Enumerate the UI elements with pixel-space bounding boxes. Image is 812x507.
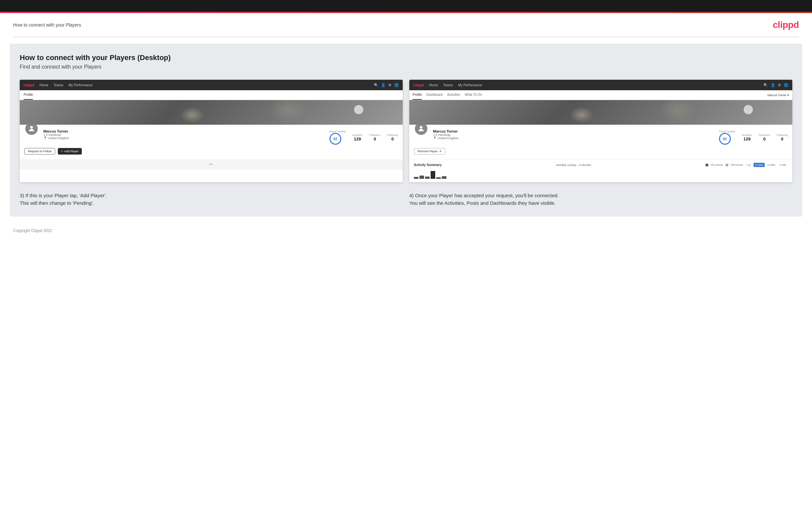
mock-buttons-left: Request to Follow + Add Player: [24, 148, 398, 155]
mock-banner-left: [20, 100, 403, 125]
followers-value-right: 0: [759, 136, 770, 142]
time-buttons: 1 yr 6 mths 3 mths 1 mth: [745, 163, 788, 167]
activity-chart: [414, 170, 788, 179]
time-btn-6mths[interactable]: 6 mths: [754, 163, 765, 167]
request-follow-button[interactable]: Request to Follow: [24, 148, 55, 155]
tabs-right-left: Profile Dashboard Activities What To On: [413, 90, 482, 100]
header-divider: [13, 37, 799, 37]
on-course-dot: [706, 164, 708, 166]
following-value-left: 0: [387, 136, 398, 142]
chart-bar-3: [425, 177, 429, 179]
footer: Copyright Clippd 2022: [0, 223, 812, 238]
activities-value-left: 129: [352, 136, 363, 142]
followers-value-left: 0: [369, 136, 380, 142]
settings-icon-left[interactable]: ⚙: [388, 83, 392, 87]
screenshots-row: clippd Home Teams My Performance 🔍 👤 ⚙ 🌐…: [20, 80, 792, 182]
legend: On course Off course: [706, 163, 743, 166]
svg-point-1: [420, 126, 422, 129]
activity-controls: On course Off course 1 yr 6 mths 3 mths …: [706, 163, 788, 167]
mock-tabs-left: Profile: [20, 90, 403, 100]
chart-bar-5: [436, 177, 441, 179]
mock-activity-right: Activity Summary Monthly Activity - 6 Mo…: [409, 159, 792, 182]
main-content: How to connect with your Players (Deskto…: [10, 44, 802, 217]
add-player-button[interactable]: + Add Player: [58, 148, 82, 155]
player-handicap-right: 1-5 Handicap: [433, 133, 714, 136]
quality-circle-left: 92: [329, 133, 341, 145]
mock-nav-home-left: Home: [39, 83, 48, 87]
on-course-label: On course: [711, 163, 723, 166]
player-location-right: 📍United Kingdom: [433, 136, 714, 140]
remove-x-icon: ✕: [439, 150, 442, 153]
search-icon-right[interactable]: 🔍: [763, 83, 768, 87]
user-dropdown-right[interactable]: Marcus Turner ▾: [767, 94, 789, 97]
following-label-right: Following: [776, 133, 788, 136]
header-title: How to connect with your Players: [13, 22, 81, 27]
stat-activities-left: Activities 129: [352, 133, 363, 142]
mock-avatar-row-left: Marcus Turner 1-5 Handicap 📍United Kingd…: [24, 128, 398, 145]
location-icon-left: 📍: [43, 136, 47, 140]
mock-logo-left: clippd: [23, 83, 34, 87]
activities-label-right: Activities: [742, 133, 752, 136]
mock-stats-right: Player Quality 92 Activities 129 Followe…: [719, 130, 788, 145]
caption-right-text: 4) Once your Player has accepted your re…: [409, 192, 559, 206]
time-btn-3mths[interactable]: 3 mths: [766, 163, 777, 167]
tab-activities-right[interactable]: Activities: [447, 90, 460, 100]
footer-text: Copyright Clippd 2022: [13, 228, 52, 233]
time-btn-1mth[interactable]: 1 mth: [778, 163, 788, 167]
tab-profile-left[interactable]: Profile: [23, 90, 33, 100]
search-icon-left[interactable]: 🔍: [374, 83, 378, 87]
avatar-icon-right: [417, 125, 425, 132]
stat-followers-right: Followers 0: [759, 133, 770, 142]
banner-ball-right: [744, 105, 753, 114]
mock-buttons-right: Remove Player ✕: [414, 148, 788, 155]
mock-banner-right: [409, 100, 792, 125]
player-name-left: Marcus Turner: [43, 129, 325, 133]
user-icon-left[interactable]: 👤: [381, 83, 386, 87]
mock-nav-icons-right: 🔍 👤 ⚙ 🌐: [763, 83, 789, 87]
globe-icon-right[interactable]: 🌐: [784, 83, 789, 87]
mock-nav-performance-right: My Performance: [458, 83, 482, 87]
screenshot-left: clippd Home Teams My Performance 🔍 👤 ⚙ 🌐…: [20, 80, 403, 182]
avatar-icon-left: [28, 125, 36, 132]
followers-label-right: Followers: [759, 133, 770, 136]
location-icon-right: 📍: [433, 136, 437, 140]
mock-nav-right: clippd Home Teams My Performance 🔍 👤 ⚙ 🌐: [409, 80, 792, 90]
activity-header: Activity Summary Monthly Activity - 6 Mo…: [414, 163, 788, 167]
off-course-label: Off course: [731, 163, 743, 166]
player-name-right: Marcus Turner: [433, 129, 714, 133]
mock-logo-right: clippd: [413, 83, 424, 87]
mock-profile-left: Marcus Turner 1-5 Handicap 📍United Kingd…: [20, 125, 403, 159]
top-bar: [0, 0, 812, 12]
settings-icon-right[interactable]: ⚙: [778, 83, 781, 87]
quality-label-right: Player Quality: [719, 130, 735, 133]
activities-label-left: Activities: [352, 133, 363, 136]
mock-stats-left: Player Quality 92 Activities 129 Followe…: [329, 130, 398, 145]
remove-player-label: Remove Player: [417, 150, 438, 153]
screenshot-right: clippd Home Teams My Performance 🔍 👤 ⚙ 🌐…: [409, 80, 792, 182]
mock-profile-right: Marcus Turner 1-5 Handicap 📍United Kingd…: [409, 125, 792, 159]
mock-nav-home-right: Home: [429, 83, 438, 87]
pencil-icon: ✏: [209, 162, 213, 167]
page-subheading: Find and connect with your Players: [20, 64, 792, 70]
stat-followers-left: Followers 0: [369, 133, 380, 142]
followers-label-left: Followers: [369, 133, 380, 136]
player-location-left: 📍United Kingdom: [43, 136, 325, 140]
tab-what-to-on-right[interactable]: What To On: [465, 90, 482, 100]
quality-col-left: Player Quality 92: [329, 130, 346, 145]
chart-bar-4: [430, 171, 435, 179]
user-icon-right[interactable]: 👤: [771, 83, 775, 87]
quality-col-right: Player Quality 92: [719, 130, 735, 145]
activity-period: Monthly Activity - 6 Months: [556, 163, 591, 167]
time-btn-1yr[interactable]: 1 yr: [745, 163, 753, 167]
player-info-left: Marcus Turner 1-5 Handicap 📍United Kingd…: [43, 128, 325, 140]
mock-bottom-left: ✏: [20, 159, 403, 170]
globe-icon-left[interactable]: 🌐: [394, 83, 399, 87]
chart-bar-6: [442, 176, 446, 179]
quality-circle-right: 92: [719, 133, 731, 145]
tab-dashboard-right[interactable]: Dashboard: [426, 90, 443, 100]
caption-left-text: 3) If this is your Player tap, 'Add Play…: [20, 192, 107, 206]
remove-player-button[interactable]: Remove Player ✕: [414, 148, 445, 155]
stat-activities-right: Activities 129: [742, 133, 752, 142]
tab-profile-right[interactable]: Profile: [413, 90, 422, 100]
stat-following-left: Following 0: [387, 133, 398, 142]
